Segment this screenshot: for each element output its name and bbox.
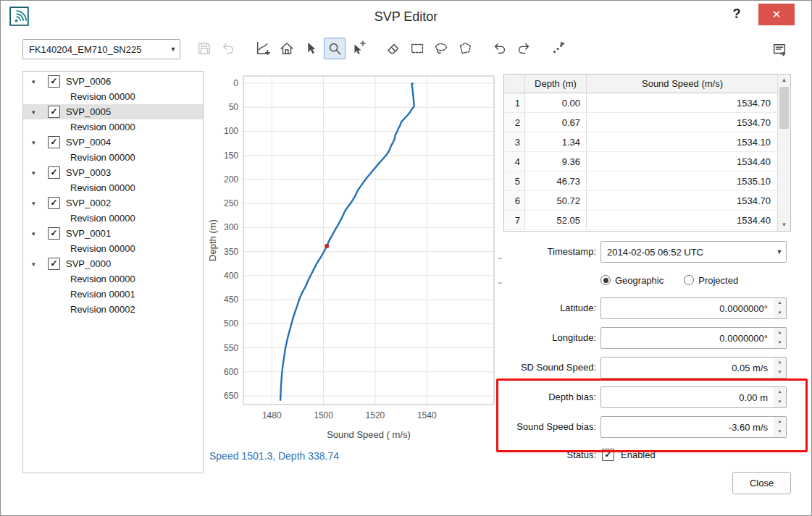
depth-cell[interactable]: 46.73 bbox=[525, 172, 587, 191]
undo-button[interactable] bbox=[217, 38, 239, 59]
save-button[interactable] bbox=[193, 38, 215, 59]
expander-icon[interactable]: ▾ bbox=[32, 200, 43, 207]
erase-button[interactable] bbox=[382, 38, 404, 59]
tree-revision-item[interactable]: Revision 00000 bbox=[23, 119, 203, 135]
help-button[interactable]: ? bbox=[729, 7, 745, 22]
sd-sound-speed-stepper[interactable]: ▲ ▼ bbox=[774, 357, 787, 378]
depth-cell[interactable]: 52.05 bbox=[525, 211, 587, 230]
checkbox-checked-icon[interactable]: ✓ bbox=[48, 227, 60, 240]
latitude-field[interactable] bbox=[600, 297, 774, 319]
checkbox-checked-icon[interactable]: ✓ bbox=[48, 136, 60, 148]
timestamp-combobox[interactable]: 2014-02-05 06:52 UTC ▼ bbox=[600, 241, 787, 263]
lasso-select-button[interactable] bbox=[430, 38, 452, 59]
tree-item-svp-0002[interactable]: ▾ ✓ SVP_0002 bbox=[23, 195, 203, 211]
zoom-tool-button[interactable] bbox=[324, 38, 346, 59]
close-button[interactable]: Close bbox=[732, 472, 791, 494]
tree-item-svp-0004[interactable]: ▾ ✓ SVP_0004 bbox=[23, 135, 203, 150]
pick-points-button[interactable] bbox=[548, 38, 569, 59]
undo-edit-button[interactable] bbox=[489, 38, 511, 59]
tree-revision-item[interactable]: Revision 00000 bbox=[23, 150, 203, 165]
dataset-selector[interactable]: FK140204_EM710_SN225 ▼ bbox=[22, 39, 180, 59]
latitude-stepper[interactable]: ▲ ▼ bbox=[774, 297, 787, 319]
table-header-depth[interactable]: Depth (m) bbox=[525, 75, 587, 93]
table-row[interactable]: 4 9.36 1534.40 bbox=[504, 152, 778, 172]
expander-icon[interactable]: ▾ bbox=[32, 169, 43, 177]
home-view-button[interactable] bbox=[276, 38, 298, 59]
spin-down-icon[interactable]: ▼ bbox=[774, 338, 786, 348]
status-checkbox[interactable]: ✓ bbox=[602, 449, 614, 461]
tree-revision-item[interactable]: Revision 00000 bbox=[23, 211, 203, 226]
speed-cell[interactable]: 1534.70 bbox=[587, 113, 778, 132]
table-scrollbar[interactable]: ▲ ▼ bbox=[777, 75, 790, 231]
depth-cell[interactable]: 9.36 bbox=[525, 152, 587, 172]
longitude-stepper[interactable]: ▲ ▼ bbox=[774, 327, 787, 349]
window-close-button[interactable]: ✕ bbox=[758, 4, 795, 25]
select-cursor-button[interactable] bbox=[300, 38, 322, 59]
chevron-down-icon[interactable]: ▼ bbox=[773, 248, 786, 255]
checkbox-checked-icon[interactable]: ✓ bbox=[48, 106, 60, 118]
table-row[interactable]: 5 46.73 1535.10 bbox=[504, 172, 778, 191]
spin-down-icon[interactable]: ▼ bbox=[774, 368, 786, 378]
geographic-radio[interactable]: Geographic bbox=[600, 275, 664, 286]
tree-revision-item[interactable]: Revision 00002 bbox=[23, 302, 203, 317]
depth-bias-stepper[interactable]: ▲ ▼ bbox=[774, 386, 787, 408]
expander-icon[interactable]: ▾ bbox=[32, 78, 43, 85]
radio-selected-icon[interactable] bbox=[600, 275, 611, 285]
rect-select-button[interactable] bbox=[406, 38, 428, 59]
spin-down-icon[interactable]: ▼ bbox=[774, 427, 786, 437]
table-row[interactable]: 6 50.72 1534.70 bbox=[504, 191, 778, 211]
scroll-up-icon[interactable]: ▲ bbox=[778, 75, 790, 86]
expander-icon[interactable]: ▾ bbox=[32, 230, 43, 237]
expander-icon[interactable]: ▾ bbox=[32, 139, 43, 146]
table-row[interactable]: 2 0.67 1534.70 bbox=[504, 113, 778, 132]
tree-revision-item[interactable]: Revision 00001 bbox=[23, 287, 203, 302]
table-row[interactable]: 7 52.05 1534.40 bbox=[504, 211, 778, 230]
sound-speed-bias-field[interactable] bbox=[600, 416, 774, 438]
expander-icon[interactable]: ▾ bbox=[32, 261, 43, 268]
new-profile-button[interactable] bbox=[252, 38, 274, 59]
profile-plot[interactable]: 1480150015201540050100150200250300350400… bbox=[206, 69, 503, 447]
projected-radio[interactable]: Projected bbox=[684, 275, 738, 286]
speed-cell[interactable]: 1534.40 bbox=[587, 152, 778, 172]
tree-revision-item[interactable]: Revision 00000 bbox=[23, 89, 203, 104]
depth-cell[interactable]: 0.00 bbox=[525, 93, 587, 113]
spin-up-icon[interactable]: ▲ bbox=[774, 387, 786, 397]
sd-sound-speed-field[interactable] bbox=[600, 357, 774, 378]
spin-up-icon[interactable]: ▲ bbox=[774, 358, 786, 368]
depth-bias-field[interactable] bbox=[600, 386, 774, 408]
depth-cell[interactable]: 1.34 bbox=[525, 132, 587, 152]
depth-cell[interactable]: 50.72 bbox=[525, 191, 587, 211]
pick-sample-button[interactable] bbox=[348, 38, 369, 59]
checkbox-checked-icon[interactable]: ✓ bbox=[48, 197, 60, 209]
tree-item-svp-0000[interactable]: ▾ ✓ SVP_0000 bbox=[23, 256, 203, 271]
tree-revision-item[interactable]: Revision 00000 bbox=[23, 241, 203, 256]
speed-cell[interactable]: 1534.70 bbox=[587, 93, 778, 113]
speed-cell[interactable]: 1535.10 bbox=[587, 172, 778, 191]
tree-item-svp-0003[interactable]: ▾ ✓ SVP_0003 bbox=[23, 165, 203, 180]
tree-item-svp-0001[interactable]: ▾ ✓ SVP_0001 bbox=[23, 226, 203, 241]
table-header-speed[interactable]: Sound Speed (m/s) bbox=[587, 75, 778, 93]
depth-cell[interactable]: 0.67 bbox=[525, 113, 587, 132]
table-row[interactable]: 1 0.00 1534.70 bbox=[504, 93, 778, 113]
redo-edit-button[interactable] bbox=[513, 38, 535, 59]
radio-unselected-icon[interactable] bbox=[684, 275, 694, 285]
checkbox-checked-icon[interactable]: ✓ bbox=[48, 75, 60, 88]
longitude-field[interactable] bbox=[600, 327, 774, 349]
tree-item-svp-0005[interactable]: ▾ ✓ SVP_0005 bbox=[23, 104, 203, 119]
spin-up-icon[interactable]: ▲ bbox=[774, 328, 786, 338]
speed-cell[interactable]: 1534.10 bbox=[587, 132, 778, 152]
table-row[interactable]: 3 1.34 1534.10 bbox=[504, 132, 778, 152]
messages-panel-button[interactable] bbox=[769, 39, 790, 61]
speed-cell[interactable]: 1534.40 bbox=[587, 211, 778, 230]
scroll-down-icon[interactable]: ▼ bbox=[778, 219, 790, 231]
expander-icon[interactable]: ▾ bbox=[32, 109, 43, 116]
spin-down-icon[interactable]: ▼ bbox=[774, 397, 786, 407]
spin-up-icon[interactable]: ▲ bbox=[774, 417, 786, 427]
polygon-select-button[interactable] bbox=[454, 38, 476, 59]
panel-splitter[interactable] bbox=[498, 258, 502, 284]
sound-speed-bias-stepper[interactable]: ▲ ▼ bbox=[774, 416, 787, 438]
tree-item-svp-0006[interactable]: ▾ ✓ SVP_0006 bbox=[23, 74, 203, 89]
spin-down-icon[interactable]: ▼ bbox=[774, 308, 786, 318]
speed-cell[interactable]: 1534.70 bbox=[587, 191, 778, 211]
checkbox-checked-icon[interactable]: ✓ bbox=[48, 258, 60, 270]
